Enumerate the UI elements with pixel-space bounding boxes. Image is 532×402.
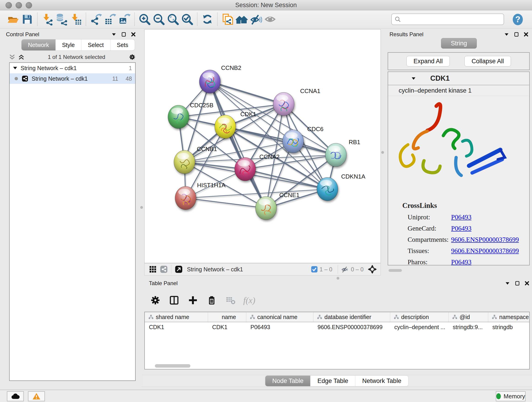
table-options-gear-icon[interactable] <box>149 294 162 307</box>
detach-view-icon[interactable] <box>175 265 183 274</box>
column-header[interactable]: description <box>390 312 449 322</box>
import-network-from-database-button[interactable] <box>55 12 69 26</box>
crosslink-link[interactable]: P06493 <box>451 213 472 221</box>
float-panel-icon[interactable] <box>121 32 126 37</box>
hide-selected-button[interactable] <box>249 12 263 26</box>
gene-expand-icon[interactable] <box>411 77 416 80</box>
expand-all-networks-icon[interactable] <box>18 54 24 60</box>
network-node-cdk1[interactable] <box>215 115 236 138</box>
network-node-ccnb1[interactable] <box>174 150 195 174</box>
tab-edge-table[interactable]: Edge Table <box>310 376 355 386</box>
collapse-all-networks-icon[interactable] <box>9 54 15 60</box>
column-header[interactable]: canonical name <box>246 312 313 322</box>
collection-expand-icon[interactable] <box>13 66 17 70</box>
table-cell[interactable]: cyclin–dependent ... <box>390 322 449 332</box>
grid-view-icon[interactable] <box>149 265 157 274</box>
network-node-cdc6[interactable] <box>283 130 304 153</box>
memory-button[interactable]: Memory <box>496 391 526 401</box>
close-panel-icon[interactable] <box>525 281 529 286</box>
first-neighbors-button[interactable] <box>234 12 249 26</box>
add-column-icon[interactable] <box>186 294 199 307</box>
new-network-from-selection-button[interactable] <box>220 12 234 26</box>
network-node-ccnb2[interactable] <box>199 70 220 93</box>
table-cell[interactable]: 9606.ENSP00000378699 <box>313 322 390 332</box>
tab-sets[interactable]: Sets <box>110 39 135 51</box>
network-node-cdkn1a[interactable] <box>317 177 338 201</box>
network-node-cdc25b[interactable] <box>168 105 189 128</box>
tab-node-table[interactable]: Node Table <box>265 376 310 386</box>
network-node-ccna1[interactable] <box>273 92 294 116</box>
export-image-button[interactable] <box>117 12 132 26</box>
tab-select[interactable]: Select <box>81 39 110 51</box>
table-cell[interactable]: CDK1 <box>145 322 208 332</box>
table-row[interactable]: CDK1 CDK1 P06493 9606.ENSP00000378699 cy… <box>145 322 529 332</box>
zoom-selected-button[interactable] <box>180 12 194 26</box>
crosslink-link[interactable]: P06493 <box>451 258 472 266</box>
table-cell[interactable]: CDK1 <box>208 322 246 332</box>
cloud-status-button[interactable] <box>7 391 24 401</box>
collapse-panel-icon[interactable] <box>111 32 116 36</box>
column-header[interactable]: namespace <box>488 312 529 322</box>
toolbar-separator <box>197 13 197 26</box>
zoom-out-button[interactable] <box>152 12 166 26</box>
help-button[interactable]: ? <box>511 13 524 26</box>
column-header[interactable]: shared name <box>145 312 208 322</box>
table-cell[interactable]: stringdb <box>488 322 529 332</box>
tab-style[interactable]: Style <box>56 39 81 51</box>
delete-column-icon[interactable] <box>205 294 218 307</box>
close-panel-icon[interactable] <box>131 32 136 37</box>
crosslink-link[interactable]: P06493 <box>451 225 472 232</box>
birdseye-navigator-icon[interactable] <box>368 265 377 274</box>
network-node-ccna2[interactable] <box>234 157 256 181</box>
network-view-mode-icon[interactable] <box>160 265 168 274</box>
warnings-button[interactable] <box>28 391 45 401</box>
table-cell[interactable]: P06493 <box>246 322 313 332</box>
network-node-hist1h1a[interactable] <box>175 186 196 210</box>
table-panel-header: Table Panel <box>149 280 529 287</box>
column-header[interactable]: name <box>208 312 246 322</box>
network-row-selected[interactable]: String Network – cdk1 11 48 <box>10 73 135 84</box>
collapse-panel-icon[interactable] <box>504 32 509 36</box>
open-session-button[interactable] <box>6 12 20 26</box>
network-node-rb1[interactable] <box>325 143 346 167</box>
float-panel-icon[interactable] <box>515 281 520 286</box>
hidden-eye-icon[interactable] <box>341 265 349 273</box>
collapse-all-button[interactable]: Collapse All <box>464 56 511 66</box>
export-table-button[interactable] <box>103 12 117 26</box>
network-graph[interactable]: CCNB2CCNA1CDC25BCDK1CDC6RB1CCNB1CCNA2CDK… <box>145 30 380 263</box>
crosslink-link[interactable]: 9606.ENSP00000378699 <box>451 236 519 243</box>
save-session-button[interactable] <box>20 12 34 26</box>
apply-preferred-layout-button[interactable] <box>200 12 215 26</box>
import-table-from-file-button[interactable] <box>69 12 83 26</box>
tab-string[interactable]: String <box>441 38 477 49</box>
float-panel-icon[interactable] <box>514 32 519 37</box>
crosslink-link[interactable]: 9606.ENSP00000378699 <box>451 247 519 255</box>
close-panel-icon[interactable] <box>524 32 528 37</box>
network-collection-row[interactable]: String Network – cdk1 1 <box>10 63 135 73</box>
network-node-ccne1[interactable] <box>255 196 277 220</box>
network-options-gear-icon[interactable] <box>129 54 136 61</box>
table-cell[interactable]: stringdb:9... <box>449 322 488 332</box>
vertical-splitter-handle[interactable] <box>140 206 143 209</box>
column-header[interactable]: @id <box>449 312 488 322</box>
vertical-splitter-handle[interactable] <box>381 151 384 154</box>
table-hscroll-thumb[interactable] <box>155 364 190 368</box>
gene-section-header[interactable]: CDK1 <box>388 72 529 85</box>
tab-network[interactable]: Network <box>22 39 56 51</box>
column-header[interactable]: database identifier <box>313 312 390 322</box>
network-canvas[interactable]: CCNB2CCNA1CDC25BCDK1CDC6RB1CCNB1CCNA2CDK… <box>144 29 381 263</box>
selected-checkbox-icon[interactable] <box>311 266 318 273</box>
results-hscroll-thumb[interactable] <box>389 269 402 272</box>
search-input[interactable] <box>403 16 504 23</box>
show-columns-icon[interactable] <box>168 294 181 307</box>
show-graphics-details-button[interactable] <box>263 12 277 26</box>
network-node-label: CCNE1 <box>279 191 299 198</box>
export-network-button[interactable] <box>89 12 103 26</box>
collapse-panel-icon[interactable] <box>505 281 510 285</box>
horizontal-splitter-handle[interactable] <box>336 277 339 280</box>
zoom-in-button[interactable] <box>138 12 152 26</box>
import-network-from-file-button[interactable] <box>40 12 55 26</box>
zoom-fit-content-button[interactable] <box>166 12 180 26</box>
tab-network-table[interactable]: Network Table <box>355 376 408 386</box>
expand-all-button[interactable]: Expand All <box>406 56 450 66</box>
